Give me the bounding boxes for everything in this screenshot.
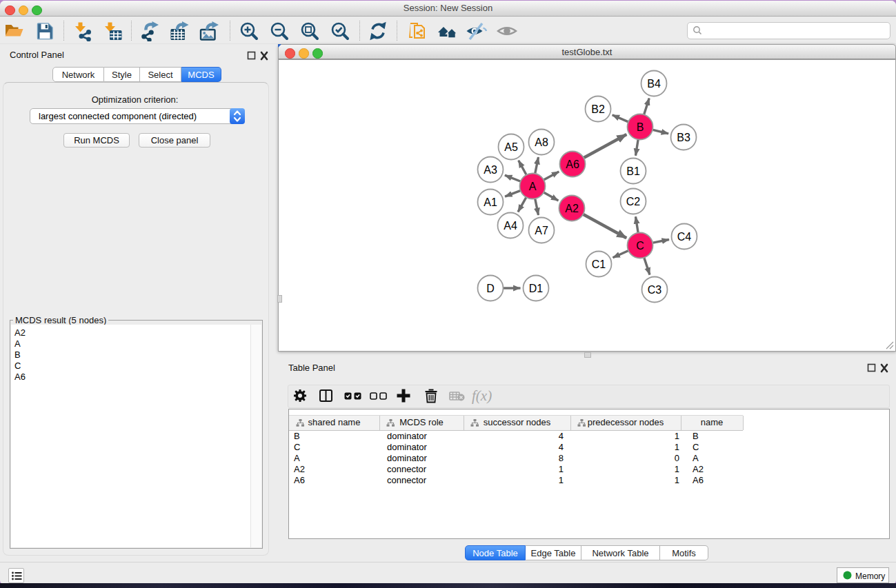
- svg-text:A2: A2: [565, 203, 579, 214]
- svg-text:D1: D1: [529, 283, 544, 294]
- svg-text:C4: C4: [677, 231, 692, 243]
- svg-text:A1: A1: [484, 196, 497, 208]
- svg-text:A4: A4: [504, 220, 517, 232]
- svg-text:C1: C1: [592, 258, 606, 270]
- svg-text:B1: B1: [626, 165, 640, 177]
- svg-text:C2: C2: [626, 196, 641, 207]
- svg-text:A8: A8: [535, 136, 548, 148]
- svg-text:A: A: [529, 181, 537, 192]
- svg-text:A6: A6: [566, 159, 579, 170]
- svg-text:B: B: [637, 121, 644, 133]
- svg-text:A7: A7: [535, 225, 548, 236]
- svg-text:B3: B3: [677, 132, 690, 143]
- svg-text:B4: B4: [647, 78, 661, 90]
- svg-text:A5: A5: [504, 141, 518, 153]
- svg-text:D: D: [486, 283, 495, 294]
- svg-text:B2: B2: [591, 103, 605, 115]
- svg-text:C3: C3: [648, 284, 662, 296]
- svg-text:A3: A3: [484, 164, 497, 176]
- svg-text:C: C: [636, 240, 644, 252]
